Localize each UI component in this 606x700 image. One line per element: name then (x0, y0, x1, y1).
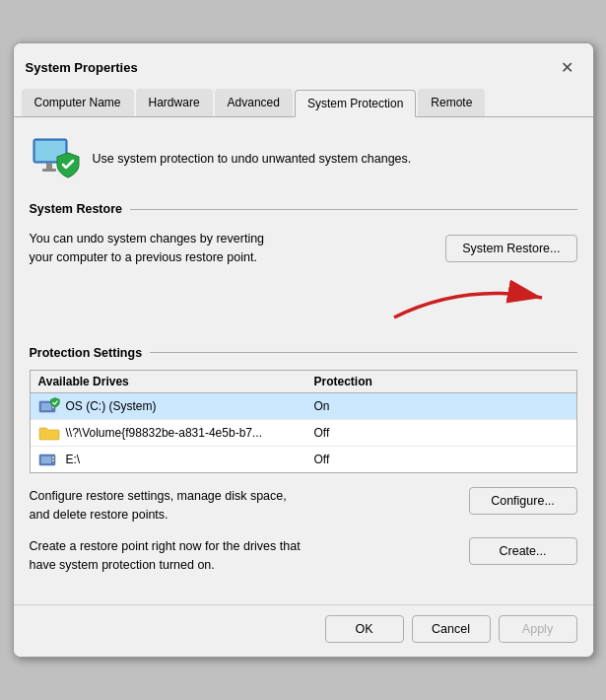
protection-status: Off (314, 426, 569, 440)
dialog-footer: OK Cancel Apply (14, 604, 593, 657)
drive-protected-icon (38, 397, 60, 415)
tab-system-protection[interactable]: System Protection (295, 90, 416, 117)
drive-plain-icon (38, 451, 60, 468)
svg-rect-11 (52, 456, 54, 458)
protection-settings-divider (150, 352, 576, 353)
content-area: Use system protection to undo unwanted s… (14, 117, 593, 604)
protection-settings-section: Protection Settings Available Drives Pro… (30, 346, 577, 473)
title-bar: System Properties ✕ (14, 43, 593, 81)
tab-advanced[interactable]: Advanced (215, 89, 293, 116)
protection-settings-label: Protection Settings (30, 346, 143, 360)
drive-folder-icon (38, 424, 60, 442)
ok-button[interactable]: OK (325, 615, 404, 643)
info-text: Use system protection to undo unwanted s… (93, 151, 412, 169)
protection-status: On (314, 399, 569, 413)
create-row: Create a restore point right now for the… (30, 537, 577, 575)
apply-button[interactable]: Apply (499, 615, 577, 643)
drive-name: \\?\Volume{f98832be-a831-4e5b-b7... (66, 426, 263, 440)
create-description: Create a restore point right now for the… (30, 537, 301, 575)
arrow-container (30, 283, 577, 332)
table-row[interactable]: \\?\Volume{f98832be-a831-4e5b-b7... Off (31, 420, 576, 447)
drive-name: E:\ (66, 453, 81, 466)
tab-remote[interactable]: Remote (418, 89, 485, 116)
arrow-icon (384, 273, 562, 327)
system-restore-description: You can undo system changes by reverting… (30, 230, 265, 267)
info-row: Use system protection to undo unwanted s… (30, 133, 577, 184)
header-drives: Available Drives (38, 375, 314, 388)
drive-name-cell: \\?\Volume{f98832be-a831-4e5b-b7... (38, 424, 314, 442)
dialog-title: System Properties (26, 60, 138, 75)
system-properties-dialog: System Properties ✕ Computer Name Hardwa… (13, 42, 594, 658)
system-restore-header: System Restore (30, 202, 577, 216)
table-row[interactable]: OS (C:) (System) On (31, 393, 576, 420)
tab-hardware[interactable]: Hardware (136, 89, 213, 116)
table-row[interactable]: E:\ Off (31, 447, 576, 472)
system-restore-divider (130, 209, 577, 210)
tab-bar: Computer Name Hardware Advanced System P… (14, 81, 593, 117)
configure-row: Configure restore settings, manage disk … (30, 487, 577, 525)
svg-rect-6 (41, 403, 51, 410)
protection-icon (30, 133, 81, 184)
system-restore-section: System Restore You can undo system chang… (30, 202, 577, 332)
system-restore-label: System Restore (30, 202, 123, 216)
svg-rect-12 (52, 459, 54, 461)
svg-rect-10 (41, 456, 51, 463)
configure-button[interactable]: Configure... (469, 487, 577, 515)
drive-name: OS (C:) (System) (66, 399, 157, 413)
cancel-button[interactable]: Cancel (412, 615, 491, 643)
close-button[interactable]: ✕ (554, 53, 581, 81)
configure-description: Configure restore settings, manage disk … (30, 487, 287, 525)
drive-name-cell: E:\ (38, 451, 314, 468)
svg-rect-3 (42, 169, 56, 172)
drive-name-cell: OS (C:) (System) (38, 397, 314, 415)
create-button[interactable]: Create... (469, 537, 577, 565)
tab-computer-name[interactable]: Computer Name (22, 89, 134, 116)
protection-status: Off (314, 453, 569, 466)
header-protection: Protection (314, 375, 569, 388)
system-restore-button[interactable]: System Restore... (445, 235, 576, 262)
protection-settings-header: Protection Settings (30, 346, 577, 360)
table-header: Available Drives Protection (31, 371, 576, 393)
drives-table: Available Drives Protection (30, 370, 577, 473)
svg-rect-2 (46, 163, 52, 169)
